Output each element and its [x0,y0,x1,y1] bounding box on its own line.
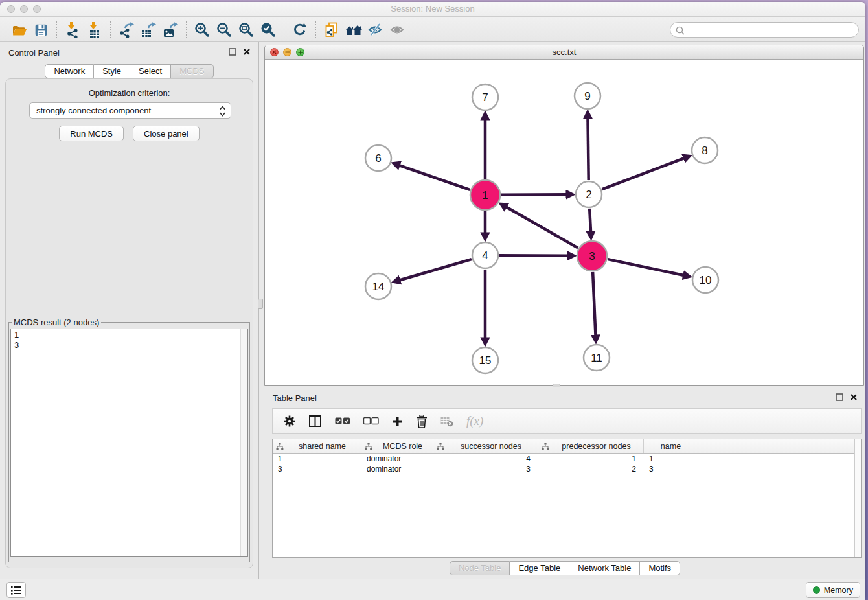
zoom-in-icon[interactable] [191,20,213,40]
import-table-icon[interactable] [84,20,106,40]
table-settings-gear-icon[interactable] [283,415,296,428]
tab-mcds[interactable]: MCDS [171,64,213,78]
main-area: Control Panel NetworkStyleSelectMCDS Opt… [0,42,865,579]
table-row[interactable]: 1dominator411 [273,454,861,464]
home-browser-icon[interactable] [343,20,365,40]
float-table-panel-icon[interactable] [836,393,843,401]
node-table[interactable]: shared nameMCDS rolesuccessor nodesprede… [272,439,862,558]
refresh-view-icon[interactable] [289,20,311,40]
zoom-out-icon[interactable] [213,20,235,40]
column-header-successor-nodes[interactable]: successor nodes [433,439,538,453]
application-window: Session: New Session [0,2,865,600]
delete-table-disabled-icon[interactable] [440,416,453,427]
criterion-dropdown[interactable]: strongly connected component [29,102,231,119]
network-view-title: scc.txt [265,47,863,57]
mcds-panel: Optimization criterion: strongly connect… [5,78,253,568]
tab-style[interactable]: Style [94,64,130,78]
export-image-icon[interactable] [159,20,181,40]
show-panels-disabled-icon[interactable] [387,20,409,40]
close-panel-icon[interactable] [243,48,251,56]
network-graph[interactable]: 7968124314101511 [265,60,863,385]
run-mcds-button[interactable]: Run MCDS [59,126,124,141]
edge-3-11[interactable] [593,272,595,336]
window-title: Session: New Session [0,4,865,14]
table-scrollbar[interactable] [854,439,861,557]
edge-4-3[interactable] [499,255,568,256]
close-panel-button[interactable]: Close panel [133,126,200,141]
show-column-panel-icon[interactable] [309,415,322,427]
cell-successor-nodes[interactable]: 3 [433,464,538,474]
cell-successor-nodes[interactable]: 4 [433,454,538,464]
tab-edge-table[interactable]: Edge Table [510,561,569,575]
toolbar-separator [284,21,284,38]
function-builder-icon[interactable]: f(x) [466,414,483,428]
dropdown-stepper-icon [218,105,227,120]
node-label-10: 10 [700,274,712,286]
memory-status-icon [813,586,820,594]
deselect-all-rows-icon[interactable] [363,417,379,425]
vertical-splitter-handle[interactable] [258,299,263,309]
edge-3-1[interactable] [506,207,578,248]
edge-1-6[interactable] [399,165,470,190]
column-header-name[interactable]: name [644,439,698,453]
export-network-icon[interactable] [115,20,137,40]
select-all-rows-icon[interactable] [335,417,350,425]
memory-button[interactable]: Memory [806,582,860,598]
control-panel-tabbar: NetworkStyleSelectMCDS [0,64,258,78]
window-titlebar[interactable]: Session: New Session [0,2,865,17]
network-window-titlebar[interactable]: scc.txt [265,45,863,60]
edge-4-14[interactable] [400,259,472,280]
mcds-result-text: 1 3 [11,329,240,556]
export-table-icon[interactable] [137,20,159,40]
attribute-type-icon [276,443,284,450]
tab-node-table[interactable]: Node Table [450,561,510,575]
toolbar-separator [186,21,187,38]
edge-2-3[interactable] [589,209,591,232]
table-row[interactable]: 3dominator323 [273,464,861,474]
tab-select[interactable]: Select [130,64,171,78]
node-label-9: 9 [584,90,590,102]
cell-predecessor-nodes[interactable]: 1 [538,454,644,464]
cell-MCDS-role[interactable]: dominator [361,464,433,474]
cell-MCDS-role[interactable]: dominator [361,454,433,464]
column-header-MCDS-role[interactable]: MCDS role [361,439,433,453]
task-history-button[interactable] [6,582,26,598]
add-column-icon[interactable] [392,416,403,427]
cell-shared-name[interactable]: 1 [273,454,361,464]
tab-motifs[interactable]: Motifs [640,561,680,575]
node-label-2: 2 [586,189,591,201]
save-session-icon[interactable] [30,20,52,40]
cell-predecessor-nodes[interactable]: 2 [538,464,644,474]
memory-label: Memory [824,586,853,595]
edge-2-8[interactable] [602,158,685,189]
column-header-shared-name[interactable]: shared name [273,439,361,453]
column-header-predecessor-nodes[interactable]: predecessor nodes [538,439,644,453]
result-scrollbar[interactable] [240,329,247,556]
hide-panels-icon[interactable] [365,20,387,40]
open-session-icon[interactable] [8,20,30,40]
network-canvas[interactable]: 7968124314101511 [265,60,863,385]
cell-name[interactable]: 1 [644,454,698,464]
mcds-result-box: MCDS result (2 nodes) 1 3 [8,317,250,562]
attribute-type-icon [542,443,549,450]
tab-network[interactable]: Network [45,64,94,78]
zoom-fit-icon[interactable] [235,20,257,40]
close-table-panel-icon[interactable] [850,393,858,401]
cell-name[interactable]: 3 [644,464,698,474]
cell-shared-name[interactable]: 3 [273,464,361,474]
table-tabbar: Node TableEdge TableNetwork TableMotifs [264,561,865,575]
edge-1-2[interactable] [501,194,567,195]
control-panel: Control Panel NetworkStyleSelectMCDS Opt… [0,42,259,579]
zoom-selected-icon[interactable] [257,20,279,40]
import-network-icon[interactable] [62,20,84,40]
delete-column-icon[interactable] [416,415,428,428]
clone-network-icon[interactable] [321,20,343,40]
edge-2-9[interactable] [588,118,588,180]
float-panel-icon[interactable] [229,48,236,56]
edge-3-10[interactable] [608,259,683,275]
table-panel-header: Table Panel [264,387,865,408]
tab-network-table[interactable]: Network Table [569,561,640,575]
search-field [670,22,859,38]
search-icon [675,25,685,36]
search-input[interactable] [687,24,853,36]
